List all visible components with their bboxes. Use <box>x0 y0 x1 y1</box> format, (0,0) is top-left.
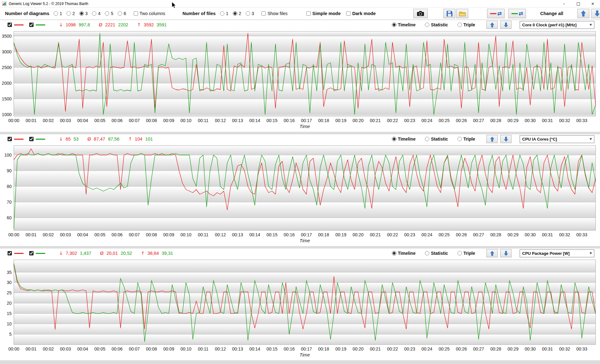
up-arrow-icon <box>490 136 494 142</box>
panel-1-move-down-button[interactable] <box>500 21 512 29</box>
diagram-count-radio-3[interactable] <box>79 11 84 16</box>
diagram-count-option-5[interactable]: 5 <box>105 11 113 16</box>
svg-text:00:22: 00:22 <box>387 346 398 351</box>
simple-mode-check[interactable] <box>306 11 311 16</box>
file-count-option-3[interactable]: 3 <box>246 11 254 16</box>
panel-3-series2-toggle[interactable] <box>29 251 45 255</box>
svg-text:Time: Time <box>299 352 310 357</box>
panel-2-move-down-button[interactable] <box>500 135 512 143</box>
svg-text:2500: 2500 <box>2 65 12 70</box>
screenshot-button[interactable] <box>413 9 428 18</box>
simple-mode-checkbox[interactable]: Simple mode <box>306 11 340 16</box>
panel-3-move-down-button[interactable] <box>500 249 512 257</box>
panel-2-stats: ↓6553 Ø87,4787,56 ↑104101 <box>59 136 153 142</box>
file-count-radio-2[interactable] <box>233 11 237 16</box>
swap-file2-button[interactable]: ⇄ <box>508 9 526 18</box>
view-timeline[interactable]: Timeline <box>392 136 416 142</box>
panel-3-header: ↓7,3021,437 Ø20,0120,52 ↑38,8439,31 Time… <box>0 249 600 258</box>
svg-text:00:31: 00:31 <box>542 346 553 351</box>
panel-1-move-up-button[interactable] <box>486 21 498 29</box>
diagram-count-radio-5[interactable] <box>105 11 109 16</box>
number-of-files-label: Number of files <box>182 11 216 16</box>
statistic-radio[interactable] <box>425 23 429 27</box>
triple-radio[interactable] <box>458 23 462 27</box>
diagram-count-option-1[interactable]: 1 <box>54 11 62 16</box>
view-triple[interactable]: Triple <box>458 22 475 27</box>
diagram-count-radio-4[interactable] <box>92 11 96 16</box>
panel-1-signal-select[interactable]: Core 0 Clock (perf #1) [MHz] ▼ <box>520 21 594 29</box>
two-columns-checkbox[interactable]: Two columns <box>134 11 165 16</box>
view-timeline[interactable]: Timeline <box>392 251 416 256</box>
window-title: Generic Log Viewer 5.2 - © 2019 Thomas B… <box>9 2 88 6</box>
move-all-up-button[interactable] <box>577 9 589 18</box>
series1-check[interactable] <box>8 137 12 141</box>
diagram-count-option-4[interactable]: 4 <box>92 11 100 16</box>
diagram-count-option-2[interactable]: 2 <box>67 11 75 16</box>
save-button[interactable] <box>443 9 455 18</box>
view-timeline[interactable]: Timeline <box>392 22 416 27</box>
view-statistic[interactable]: Statistic <box>425 22 448 27</box>
avg-stat: Ø87,4787,56 <box>87 136 119 142</box>
view-triple[interactable]: Triple <box>458 251 475 256</box>
maximize-button[interactable]: □ <box>571 0 586 7</box>
svg-text:00:07: 00:07 <box>129 346 140 351</box>
diagram-count-radio-2[interactable] <box>67 11 71 16</box>
panel-3-signal-select[interactable]: CPU Package Power [W] ▼ <box>520 249 594 257</box>
svg-text:00:21: 00:21 <box>370 118 381 123</box>
file-count-radio-3[interactable] <box>246 11 250 16</box>
svg-text:00:02: 00:02 <box>43 118 54 123</box>
view-statistic[interactable]: Statistic <box>425 251 448 256</box>
diagram-count-option-6[interactable]: 6 <box>118 11 126 16</box>
diagram-count-radio-1[interactable] <box>54 11 58 16</box>
statistic-radio[interactable] <box>425 137 429 141</box>
max-stat: ↑104101 <box>128 136 153 142</box>
dark-mode-checkbox[interactable]: Dark mode <box>346 11 376 16</box>
swap-file1-button[interactable]: ⇄ <box>487 9 505 18</box>
panel-2-move-up-button[interactable] <box>486 135 498 143</box>
series1-check[interactable] <box>8 251 12 255</box>
series2-check[interactable] <box>29 137 34 141</box>
panel-1-series1-toggle[interactable] <box>8 23 24 27</box>
view-statistic[interactable]: Statistic <box>425 136 448 142</box>
panel-2-series1-toggle[interactable] <box>8 137 24 141</box>
toolbar: Number of diagrams 1 2 3 4 5 6 Two colum… <box>0 8 600 20</box>
move-all-down-button[interactable] <box>591 9 600 18</box>
panel-3-series1-toggle[interactable] <box>8 251 24 255</box>
file-count-radio-1[interactable] <box>220 11 224 16</box>
min-icon: ↓ <box>59 22 63 27</box>
svg-text:00:31: 00:31 <box>542 118 553 123</box>
view-triple[interactable]: Triple <box>458 136 475 142</box>
number-of-diagrams-label: Number of diagrams <box>5 11 49 16</box>
statistic-radio[interactable] <box>425 251 429 255</box>
svg-text:00:05: 00:05 <box>94 118 105 123</box>
series1-check[interactable] <box>8 23 12 27</box>
timeline-radio[interactable] <box>392 23 396 27</box>
timeline-radio[interactable] <box>392 137 396 141</box>
panel-3-move-up-button[interactable] <box>486 249 498 257</box>
two-columns-check[interactable] <box>134 11 138 16</box>
panel-3-stats: ↓7,3021,437 Ø20,0120,52 ↑38,8439,31 <box>59 251 173 256</box>
avg-icon: Ø <box>100 251 104 256</box>
svg-text:00:05: 00:05 <box>94 232 105 237</box>
panel-2-series2-toggle[interactable] <box>29 137 45 141</box>
diagram-count-radio-6[interactable] <box>118 11 122 16</box>
minimize-button[interactable]: – <box>557 0 571 7</box>
series2-check[interactable] <box>29 23 34 27</box>
close-button[interactable]: × <box>586 0 600 7</box>
svg-text:00:14: 00:14 <box>249 232 260 237</box>
file-count-option-1[interactable]: 1 <box>220 11 228 16</box>
diagram-count-option-3[interactable]: 3 <box>79 11 88 16</box>
triple-radio[interactable] <box>458 251 462 255</box>
timeline-radio[interactable] <box>392 251 396 255</box>
dark-mode-check[interactable] <box>346 11 351 16</box>
file-count-option-2[interactable]: 2 <box>233 11 241 16</box>
triple-radio[interactable] <box>458 137 462 141</box>
panel-2-signal-select[interactable]: CPU IA Cores [°C] ▼ <box>520 135 594 143</box>
svg-text:00:31: 00:31 <box>542 232 553 237</box>
open-folder-button[interactable] <box>456 9 468 18</box>
show-files-check[interactable] <box>261 11 266 16</box>
show-files-checkbox[interactable]: Show files <box>261 11 287 16</box>
panel-1-series2-toggle[interactable] <box>29 23 45 27</box>
series2-check[interactable] <box>29 251 34 255</box>
up-arrow-icon <box>490 251 494 256</box>
